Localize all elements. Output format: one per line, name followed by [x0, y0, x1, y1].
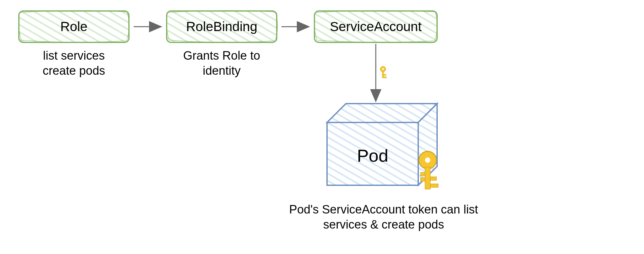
role-caption-line2: create pods: [43, 64, 105, 77]
svg-rect-19: [430, 184, 438, 187]
key-icon-small: [380, 66, 386, 78]
pod-label: Pod: [357, 146, 388, 165]
pod-caption-line1: Pod's ServiceAccount token can list: [289, 203, 478, 216]
svg-rect-17: [421, 178, 425, 181]
svg-point-14: [425, 158, 430, 163]
serviceaccount-node: ServiceAccount: [314, 10, 437, 42]
svg-rect-11: [384, 77, 387, 78]
role-node: Role: [19, 10, 129, 42]
svg-rect-16: [421, 172, 425, 176]
svg-rect-9: [382, 71, 384, 78]
rolebinding-node: RoleBinding: [167, 10, 278, 42]
rolebinding-caption-line1: Grants Role to: [183, 49, 260, 62]
rolebinding-caption-line2: identity: [203, 64, 241, 77]
svg-rect-10: [384, 74, 386, 76]
role-caption-line1: list services: [43, 49, 105, 62]
serviceaccount-label: ServiceAccount: [330, 19, 422, 34]
svg-rect-18: [430, 177, 436, 180]
role-label: Role: [60, 19, 87, 34]
pod-caption-line2: services & create pods: [323, 218, 444, 231]
rolebinding-label: RoleBinding: [186, 19, 258, 34]
svg-point-8: [382, 68, 384, 70]
svg-rect-15: [425, 167, 430, 189]
